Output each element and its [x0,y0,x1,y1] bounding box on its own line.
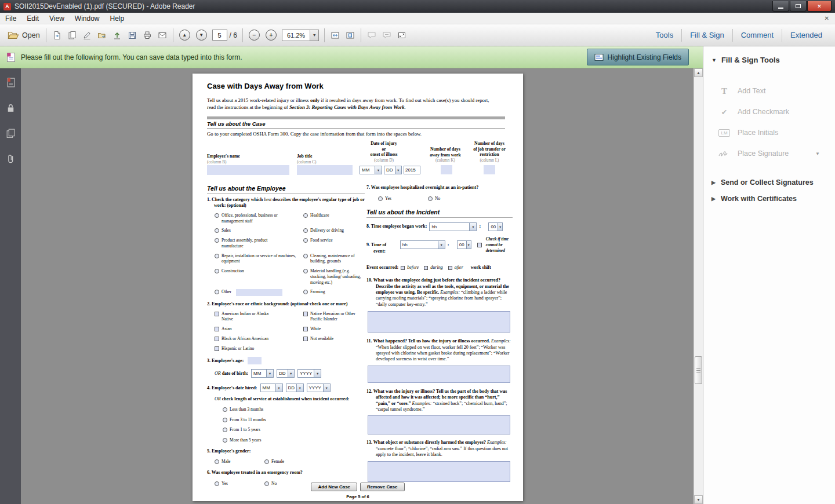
employee-name-field[interactable] [207,165,289,175]
fullscreen-button[interactable] [394,27,409,43]
zoom-in-button[interactable]: + [263,27,279,43]
injury-day-select[interactable]: DD▼ [384,166,402,174]
radio-less-3-months[interactable] [223,407,227,412]
hired-year-select[interactable]: YYYY▼ [307,384,331,392]
question-13-textarea[interactable] [368,461,510,482]
question-11-textarea[interactable] [368,366,510,383]
close-button[interactable]: ✕ [807,1,832,12]
question-10-textarea[interactable] [368,311,510,333]
time-undetermined-checkbox[interactable] [477,243,482,247]
after-checkbox[interactable] [448,266,452,270]
radio-hosp-no[interactable] [428,196,433,201]
send-upload-button[interactable] [110,27,125,43]
next-page-button[interactable]: ▼ [193,27,210,43]
restore-button[interactable] [790,1,807,12]
comment-link[interactable]: Comment [733,25,782,46]
extended-link[interactable]: Extended [782,25,830,46]
job-title-field[interactable] [297,165,353,175]
open-button[interactable]: Open [5,27,43,43]
previous-page-button[interactable]: ▲ [176,27,193,43]
vertical-scrollbar[interactable]: ▲ ▼ [694,68,703,504]
before-checkbox[interactable] [401,266,405,270]
comment-bubble-button[interactable] [364,27,379,43]
radio-1-5-years[interactable] [223,428,227,432]
dob-day-select[interactable]: DD▼ [277,369,295,378]
signature-dropdown-icon[interactable]: ▼ [815,151,820,156]
save-copy-button[interactable] [64,27,79,43]
fill-sign-link[interactable]: Fill & Sign [682,25,732,46]
minimize-button[interactable] [772,1,789,12]
days-away-field[interactable] [441,165,452,174]
menu-file[interactable]: File [0,13,21,24]
dob-year-select[interactable]: YYYY▼ [297,369,321,378]
checkbox-asian[interactable] [215,327,219,331]
radio-food-service[interactable] [303,238,308,243]
highlight-fields-button[interactable]: Highlight Existing Fields [587,49,689,65]
radio-female[interactable] [264,459,269,464]
event-hour-select[interactable]: hh▼ [400,240,445,249]
save-button[interactable] [125,27,140,43]
injury-month-select[interactable]: MM▼ [360,166,382,174]
add-text-tool[interactable]: T Add Text [703,81,835,101]
place-signature-tool[interactable]: Place Signature ▼ [703,143,835,164]
tools-link[interactable]: Tools [648,25,681,46]
checkbox-native-hawaiian[interactable] [303,312,308,316]
radio-male[interactable] [215,459,219,464]
email-button[interactable] [155,27,170,43]
work-with-certificates-section[interactable]: ▶ Work with Certificates [703,191,835,207]
event-minute-select[interactable]: 00▼ [457,240,471,249]
age-field[interactable] [248,357,262,364]
radio-3-11-months[interactable] [223,418,227,422]
checkbox-black[interactable] [215,337,219,341]
share-button[interactable] [95,27,110,43]
scrollbar-thumb[interactable] [695,356,702,384]
radio-other[interactable] [215,290,219,294]
checkbox-american-indian[interactable] [215,312,219,316]
checkbox-hispanic[interactable] [215,346,219,351]
panel-header[interactable]: ▼ Fill & Sign Tools [703,46,835,69]
scroll-down-button[interactable]: ▼ [694,495,703,504]
days-transfer-field[interactable] [484,165,495,174]
radio-repair[interactable] [215,254,219,258]
annotations-button[interactable] [379,27,394,43]
sign-pen-button[interactable] [79,27,95,43]
remove-case-button[interactable]: Remove Case [360,483,404,491]
menu-window[interactable]: Window [70,13,105,24]
menu-view[interactable]: View [44,13,70,24]
menubar-close-icon[interactable]: ✕ [825,15,829,21]
attachments-icon[interactable] [5,153,16,165]
during-checkbox[interactable] [424,266,428,270]
scroll-up-button[interactable]: ▲ [694,68,703,77]
radio-cleaning[interactable] [303,254,308,258]
injury-year-field[interactable]: 2015 [404,166,420,174]
send-collect-signatures-section[interactable]: ▶ Send or Collect Signatures [703,174,835,191]
hired-day-select[interactable]: DD▼ [286,384,304,392]
radio-office[interactable] [215,213,219,218]
began-work-hour-select[interactable]: hh▼ [429,222,477,231]
radio-material-handling[interactable] [303,269,308,273]
print-button[interactable] [140,27,155,43]
add-checkmark-tool[interactable]: ✔ Add Checkmark [703,101,835,122]
fit-width-button[interactable] [328,27,343,43]
radio-healthcare[interactable] [303,213,308,218]
question-12-textarea[interactable] [368,415,510,434]
page-thumbnails-icon[interactable] [5,76,16,88]
radio-hosp-yes[interactable] [378,196,383,201]
radio-sales[interactable] [215,228,219,233]
fit-page-button[interactable] [343,27,358,43]
other-text-field[interactable] [236,289,282,296]
document-viewport[interactable]: Case with Days Away from Work Tell us ab… [21,68,694,504]
radio-product-assembly[interactable] [215,238,219,243]
menu-edit[interactable]: Edit [21,13,44,24]
security-lock-icon[interactable] [5,102,16,114]
radio-construction[interactable] [215,269,219,273]
add-new-case-button[interactable]: Add New Case [311,483,357,491]
checkbox-white[interactable] [303,327,308,331]
place-initials-tool[interactable]: LM Place Initials [703,122,835,143]
zoom-dropdown-icon[interactable]: ▼ [310,30,318,41]
checkbox-not-available[interactable] [303,337,308,341]
page-number-input[interactable]: 5 [212,30,227,41]
menu-help[interactable]: Help [105,13,130,24]
zoom-out-button[interactable]: − [246,27,263,43]
dob-month-select[interactable]: MM▼ [251,369,274,378]
